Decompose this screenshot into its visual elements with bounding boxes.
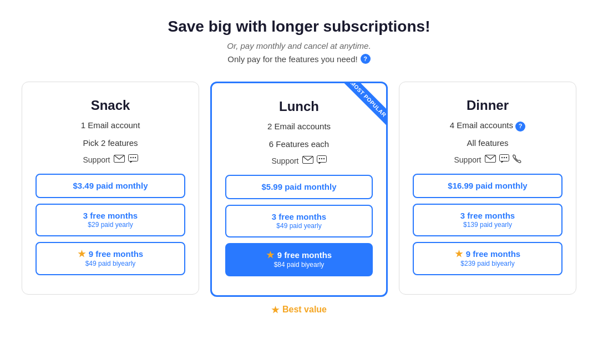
star-icon-lunch-biyearly: ★	[266, 250, 274, 261]
btn-main-snack-biyearly: 9 free months	[89, 249, 143, 260]
chat-icon-snack	[128, 154, 138, 165]
card-desc2-snack: Pick 2 features	[36, 136, 185, 150]
support-label-dinner: Support	[454, 155, 481, 164]
svg-point-9	[323, 158, 324, 159]
star-row-dinner-biyearly: ★9 free months	[420, 249, 555, 260]
svg-point-3	[132, 157, 133, 158]
btn-lunch-yearly[interactable]: 3 free months$49 paid yearly	[225, 205, 373, 237]
btn-main-dinner-monthly: $16.99 paid monthly	[420, 180, 555, 191]
question-icon[interactable]: ?	[361, 54, 371, 64]
btn-main-lunch-biyearly: 9 free months	[277, 250, 332, 261]
page-header: Save big with longer subscriptions! Or, …	[168, 18, 430, 64]
svg-point-8	[321, 158, 322, 159]
btn-dinner-yearly[interactable]: 3 free months$139 paid yearly	[413, 204, 562, 236]
btn-main-lunch-monthly: $5.99 paid monthly	[233, 181, 365, 193]
btn-lunch-monthly[interactable]: $5.99 paid monthly	[225, 175, 373, 199]
card-title-dinner: Dinner	[413, 98, 562, 113]
card-desc1-dinner: 4 Email accounts ?	[413, 119, 562, 132]
btn-main-lunch-yearly: 3 free months	[233, 211, 365, 223]
card-desc2-lunch: 6 Features each	[225, 138, 373, 151]
card-desc2-dinner: All features	[413, 136, 562, 150]
subtitle: Or, pay monthly and cancel at anytime.	[168, 41, 430, 50]
phone-icon-dinner	[513, 154, 521, 165]
btn-sub-snack-yearly: $29 paid yearly	[43, 221, 178, 230]
best-value-text: Best value	[282, 305, 327, 315]
btn-snack-monthly[interactable]: $3.49 paid monthly	[36, 174, 185, 198]
card-dinner: Dinner4 Email accounts ?All featuresSupp…	[399, 82, 576, 295]
btn-sub-dinner-biyearly: $239 paid biyearly	[420, 260, 555, 269]
card-desc1-lunch: 2 Email accounts	[225, 120, 373, 133]
btn-sub-lunch-biyearly: $84 paid biyearly	[233, 261, 365, 270]
best-value-star-icon: ★	[271, 305, 279, 315]
btn-lunch-biyearly[interactable]: ★9 free months$84 paid biyearly	[225, 243, 373, 276]
card-desc1-snack: 1 Email account	[36, 119, 185, 132]
email-icon-dinner	[485, 155, 496, 164]
svg-point-4	[134, 157, 135, 158]
support-row-lunch: Support	[225, 155, 373, 166]
support-label-lunch: Support	[271, 156, 298, 165]
svg-point-7	[318, 158, 320, 159]
svg-point-12	[501, 157, 502, 158]
pay-line-text: Only pay for the features you need!	[227, 54, 357, 64]
card-snack: Snack1 Email accountPick 2 featuresSuppo…	[22, 82, 199, 295]
pricing-cards: Snack1 Email accountPick 2 featuresSuppo…	[11, 82, 587, 297]
star-icon-dinner-biyearly: ★	[455, 249, 463, 260]
best-value-label: ★ Best value	[271, 305, 327, 315]
svg-point-2	[130, 157, 131, 158]
svg-point-13	[503, 157, 504, 158]
star-row-lunch-biyearly: ★9 free months	[233, 250, 365, 261]
support-row-dinner: Support	[413, 154, 562, 165]
card-title-lunch: Lunch	[225, 99, 373, 114]
email-icon-lunch	[302, 156, 313, 165]
star-row-snack-biyearly: ★9 free months	[43, 249, 178, 260]
btn-dinner-biyearly[interactable]: ★9 free months$239 paid biyearly	[413, 242, 562, 275]
btn-main-snack-yearly: 3 free months	[43, 210, 178, 221]
btn-sub-lunch-yearly: $49 paid yearly	[233, 222, 365, 231]
btn-snack-yearly[interactable]: 3 free months$29 paid yearly	[36, 204, 185, 236]
support-row-snack: Support	[36, 154, 185, 165]
chat-icon-dinner	[499, 154, 509, 165]
email-icon-snack	[114, 155, 125, 164]
card-lunch: MOST POPULARLunch2 Email accounts6 Featu…	[210, 82, 388, 297]
btn-sub-dinner-yearly: $139 paid yearly	[420, 221, 555, 230]
btn-snack-biyearly[interactable]: ★9 free months$49 paid biyearly	[36, 242, 185, 275]
btn-sub-snack-biyearly: $49 paid biyearly	[43, 260, 178, 269]
support-label-snack: Support	[83, 155, 110, 164]
btn-dinner-monthly[interactable]: $16.99 paid monthly	[413, 174, 562, 198]
btn-main-snack-monthly: $3.49 paid monthly	[43, 180, 178, 191]
star-icon-snack-biyearly: ★	[78, 249, 85, 260]
page-title: Save big with longer subscriptions!	[168, 18, 430, 36]
pay-line: Only pay for the features you need! ?	[168, 54, 430, 64]
question-icon-dinner[interactable]: ?	[515, 122, 525, 132]
btn-main-dinner-yearly: 3 free months	[420, 210, 555, 221]
svg-point-14	[505, 157, 506, 158]
card-title-snack: Snack	[36, 98, 185, 113]
btn-main-dinner-biyearly: 9 free months	[466, 249, 520, 260]
chat-icon-lunch	[317, 155, 327, 166]
